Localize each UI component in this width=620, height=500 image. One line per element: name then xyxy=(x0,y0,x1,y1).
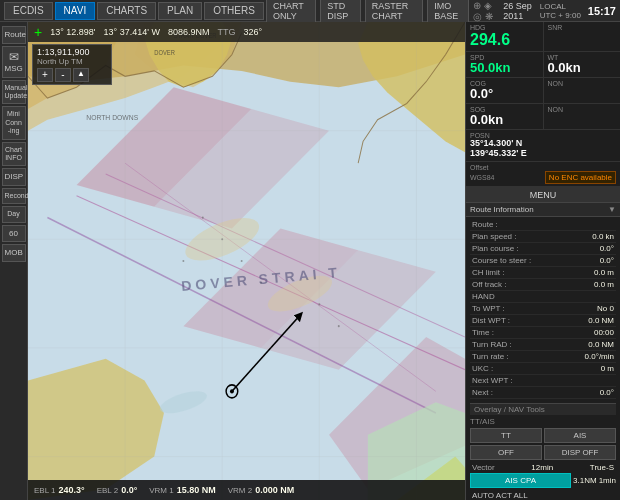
route-info-label: Route Information xyxy=(470,205,534,214)
utc: LOCAL UTC + 9:00 xyxy=(540,2,584,20)
tab-ecdis[interactable]: ECDIS xyxy=(4,2,53,20)
vrm2-display: VRM 2 0.000 NM xyxy=(228,485,294,495)
chart-only-btn[interactable]: CHART ONLY xyxy=(266,0,316,23)
sidebar-mob[interactable]: MOB xyxy=(2,244,26,262)
tt-off-btn[interactable]: OFF xyxy=(470,445,542,460)
wt-cell: WT 0.0kn xyxy=(544,52,621,77)
menu-off-track: Off track : 0.0 m xyxy=(470,279,616,291)
ebl1-value: 240.3° xyxy=(59,485,85,495)
route-info-row[interactable]: Route Information ▼ xyxy=(466,203,620,217)
disp-off-btn[interactable]: DISP OFF xyxy=(544,445,616,460)
menu-section: Route : Plan speed : 0.0 kn Plan course … xyxy=(466,217,620,401)
svg-point-20 xyxy=(241,260,243,262)
top-nav: ECDIS NAVI CHARTS PLAN OTHERS CHART ONLY… xyxy=(0,0,620,22)
icons-area: ⊕ ◈ ◎ ❋ xyxy=(473,0,499,22)
sidebar-route[interactable]: Route xyxy=(2,26,26,44)
posn-lon: 139°45.332' E xyxy=(470,149,616,159)
menu-plan-course: Plan course : 0.0° xyxy=(470,243,616,255)
spd-wt-row: SPD 50.0kn WT 0.0kn xyxy=(466,52,620,78)
no-enc-badge: No ENC available xyxy=(545,171,616,184)
menu-dist-wpt: Dist WPT : 0.0 NM xyxy=(470,315,616,327)
right-panel: HDG 294.6 SNR SPD 50.0kn WT 0.0kn COG 0.… xyxy=(465,22,620,500)
tt-label-btn[interactable]: TT xyxy=(470,428,542,443)
zoom-out-btn[interactable]: - xyxy=(55,68,71,82)
raster-chart-btn[interactable]: RASTER CHART xyxy=(365,0,423,23)
sidebar-manual-update[interactable]: ManualUpdate xyxy=(2,80,26,105)
main-layout: Route ✉ MSG ManualUpdate MiniConn-ing Ch… xyxy=(0,22,620,500)
ais-section: Overlay / NAV Tools TT/AIS TT AIS OFF DI… xyxy=(466,401,620,500)
ebl2-label: EBL 2 xyxy=(97,486,119,495)
cpa-val: 3.1NM xyxy=(573,476,597,485)
sog-value: 0.0kn xyxy=(470,113,539,127)
std-disp-btn[interactable]: STD DISP xyxy=(320,0,360,23)
ebl1-label: EBL 1 xyxy=(34,486,56,495)
ebl2-value: 0.0° xyxy=(121,485,137,495)
top-right-controls: CHART ONLY STD DISP RASTER CHART IMO BAS… xyxy=(266,0,616,23)
svg-point-24 xyxy=(338,325,340,327)
cog-cell: COG 0.0° xyxy=(466,78,544,103)
sidebar-msg[interactable]: ✉ MSG xyxy=(2,46,26,78)
svg-text:DOVER: DOVER xyxy=(154,48,175,55)
posn-cell: POSN 35°14.300' N 139°45.332' E xyxy=(466,130,620,161)
cog-value: 0.0° xyxy=(470,87,539,101)
offset-row: Offset WGS84 No ENC available xyxy=(466,162,620,187)
zoom-in-btn[interactable]: + xyxy=(37,68,53,82)
tab-plan[interactable]: PLAN xyxy=(158,2,202,20)
menu-turn-rad: Turn RAD : 0.0 NM xyxy=(470,339,616,351)
sidebar-60[interactable]: 60 xyxy=(2,225,26,243)
coord3: 8086.9NM xyxy=(168,27,210,37)
hdg-snr-row: HDG 294.6 SNR xyxy=(466,22,620,52)
menu-turn-rate: Turn rate : 0.0°/min xyxy=(470,351,616,363)
menu-title: MENU xyxy=(530,190,557,200)
menu-course-steer: Course to steer : 0.0° xyxy=(470,255,616,267)
cpa-act-label: AUTO ACT ALL xyxy=(472,491,528,500)
sidebar-day[interactable]: Day xyxy=(2,206,26,222)
sog-non-cell: NON xyxy=(544,104,621,129)
cpa-time: 1min xyxy=(599,476,616,485)
menu-route: Route : xyxy=(470,219,616,231)
ttg-bearing: 326° xyxy=(243,27,262,37)
sidebar-disp[interactable]: DISP xyxy=(2,168,26,186)
menu-ukc: UKC : 0 m xyxy=(470,363,616,375)
svg-point-21 xyxy=(260,282,262,284)
sog-cell: SOG 0.0kn xyxy=(466,104,544,129)
vector-label: Vector xyxy=(472,463,495,472)
tt-buttons-row: TT AIS xyxy=(470,428,616,443)
sidebar-recond[interactable]: Recond xyxy=(2,188,26,204)
tt-ais-row: TT/AIS xyxy=(470,417,616,426)
sidebar-chart-info[interactable]: ChartINFO xyxy=(2,142,26,167)
cog-non-cell: NON xyxy=(544,78,621,103)
tab-navi[interactable]: NAVI xyxy=(55,2,96,20)
non1-label: NON xyxy=(548,80,617,87)
menu-to-wpt: To WPT : No 0 xyxy=(470,303,616,315)
tab-others[interactable]: OTHERS xyxy=(204,2,264,20)
cog-row: COG 0.0° NON xyxy=(466,78,620,104)
chart-svg: NORTH DOWNS DOVER STRAIT DOVER xyxy=(28,22,465,500)
hdg-value: 294.6 xyxy=(470,31,539,49)
svg-text:NORTH DOWNS: NORTH DOWNS xyxy=(86,112,138,121)
tab-charts[interactable]: CHARTS xyxy=(97,2,156,20)
menu-plan-speed: Plan speed : 0.0 kn xyxy=(470,231,616,243)
ttg-label: TTG xyxy=(217,27,235,37)
cpa-btn[interactable]: AIS CPA xyxy=(470,473,571,488)
vector-row: Vector 12min True-S xyxy=(470,462,616,473)
route-info-arrow: ▼ xyxy=(608,205,616,214)
ais-label-btn[interactable]: AIS xyxy=(544,428,616,443)
vrm2-value: 0.000 NM xyxy=(255,485,294,495)
sidebar-mini-conn[interactable]: MiniConn-ing xyxy=(2,106,26,139)
vrm1-display: VRM 1 15.80 NM xyxy=(149,485,215,495)
vrm1-label: VRM 1 xyxy=(149,486,173,495)
route-box: 1:13,911,900 North Up TM + - ▲ xyxy=(32,44,112,85)
chart-top-bar: + 13° 12.898' 13° 37.414' W 8086.9NM TTG… xyxy=(28,22,465,42)
menu-ch-limit: CH limit : 0.0 m xyxy=(470,267,616,279)
datetime: 26 Sep 2011 xyxy=(503,1,536,21)
ebl1-display: EBL 1 240.3° xyxy=(34,485,85,495)
sog-row: SOG 0.0kn NON xyxy=(466,104,620,130)
tt-ais-label: TT/AIS xyxy=(470,417,495,426)
chart-area[interactable]: + 13° 12.898' 13° 37.414' W 8086.9NM TTG… xyxy=(28,22,465,500)
north-up-btn[interactable]: ▲ xyxy=(73,68,89,82)
overlay-nav-tools-header: Overlay / NAV Tools xyxy=(470,403,616,415)
imo-base-btn[interactable]: IMO BASE xyxy=(427,0,469,23)
wgs84-cell: Offset WGS84 No ENC available xyxy=(466,162,620,186)
posn-row: POSN 35°14.300' N 139°45.332' E xyxy=(466,130,620,162)
